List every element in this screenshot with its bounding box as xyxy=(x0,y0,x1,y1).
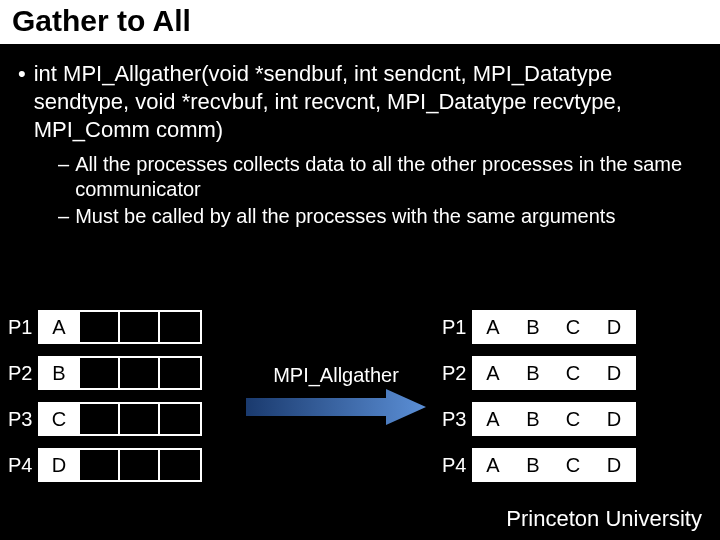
cells: A xyxy=(38,310,202,344)
cells: D xyxy=(38,448,202,482)
proc-row: P2 B xyxy=(4,354,202,392)
footer: Princeton University xyxy=(506,506,702,532)
cell xyxy=(80,450,120,480)
cell: D xyxy=(594,450,634,480)
cell xyxy=(160,404,200,434)
cell xyxy=(120,450,160,480)
cells: A B C D xyxy=(472,356,636,390)
slide-content: • int MPI_Allgather(void *sendbuf, int s… xyxy=(0,46,720,229)
slide-title: Gather to All xyxy=(12,4,708,38)
proc-label: P4 xyxy=(438,454,472,477)
cell xyxy=(160,450,200,480)
proc-row: P3 A B C D xyxy=(438,400,636,438)
cell: B xyxy=(514,404,554,434)
bullet-dash-icon: – xyxy=(58,204,69,229)
before-grid: P1 A P2 B P3 C xyxy=(4,308,202,492)
title-bar: Gather to All xyxy=(0,0,720,46)
proc-row: P2 A B C D xyxy=(438,354,636,392)
cell: D xyxy=(594,312,634,342)
proc-row: P3 C xyxy=(4,400,202,438)
arrow-right-icon xyxy=(246,389,426,425)
cells: B xyxy=(38,356,202,390)
arrow-section: MPI_Allgather xyxy=(236,364,436,429)
cell: C xyxy=(554,450,594,480)
proc-label: P2 xyxy=(438,362,472,385)
cell: A xyxy=(474,312,514,342)
cells: A B C D xyxy=(472,310,636,344)
cell xyxy=(80,312,120,342)
cell: A xyxy=(474,450,514,480)
after-grid: P1 A B C D P2 A B C D P3 A B C D xyxy=(438,308,636,492)
proc-row: P1 A B C D xyxy=(438,308,636,346)
cells: A B C D xyxy=(472,402,636,436)
cell: C xyxy=(554,358,594,388)
bullet-sub-text: Must be called by all the processes with… xyxy=(75,204,615,229)
cells: A B C D xyxy=(472,448,636,482)
svg-marker-0 xyxy=(246,389,426,425)
bullet-main: • int MPI_Allgather(void *sendbuf, int s… xyxy=(18,60,702,144)
cell xyxy=(160,312,200,342)
cell xyxy=(80,358,120,388)
proc-row: P4 D xyxy=(4,446,202,484)
cell: A xyxy=(474,404,514,434)
cell xyxy=(120,404,160,434)
bullet-sub-text: All the processes collects data to all t… xyxy=(75,152,702,202)
bullet-dot-icon: • xyxy=(18,60,26,144)
cell xyxy=(120,312,160,342)
cell: D xyxy=(594,358,634,388)
bullet-main-text: int MPI_Allgather(void *sendbuf, int sen… xyxy=(34,60,702,144)
cell: B xyxy=(514,450,554,480)
proc-label: P3 xyxy=(438,408,472,431)
proc-label: P3 xyxy=(4,408,38,431)
cell: C xyxy=(554,404,594,434)
cell xyxy=(120,358,160,388)
cell: B xyxy=(514,358,554,388)
cell: D xyxy=(594,404,634,434)
bullet-dash-icon: – xyxy=(58,152,69,202)
cell: C xyxy=(554,312,594,342)
cell: A xyxy=(474,358,514,388)
bullet-sub-0: – All the processes collects data to all… xyxy=(58,152,702,202)
cell: B xyxy=(514,312,554,342)
arrow-label: MPI_Allgather xyxy=(236,364,436,387)
cell xyxy=(160,358,200,388)
proc-row: P1 A xyxy=(4,308,202,346)
cells: C xyxy=(38,402,202,436)
cell: D xyxy=(40,450,80,480)
proc-label: P4 xyxy=(4,454,38,477)
cell xyxy=(80,404,120,434)
proc-label: P2 xyxy=(4,362,38,385)
proc-label: P1 xyxy=(4,316,38,339)
cell: A xyxy=(40,312,80,342)
cell: B xyxy=(40,358,80,388)
proc-label: P1 xyxy=(438,316,472,339)
bullet-sub-1: – Must be called by all the processes wi… xyxy=(58,204,702,229)
cell: C xyxy=(40,404,80,434)
proc-row: P4 A B C D xyxy=(438,446,636,484)
